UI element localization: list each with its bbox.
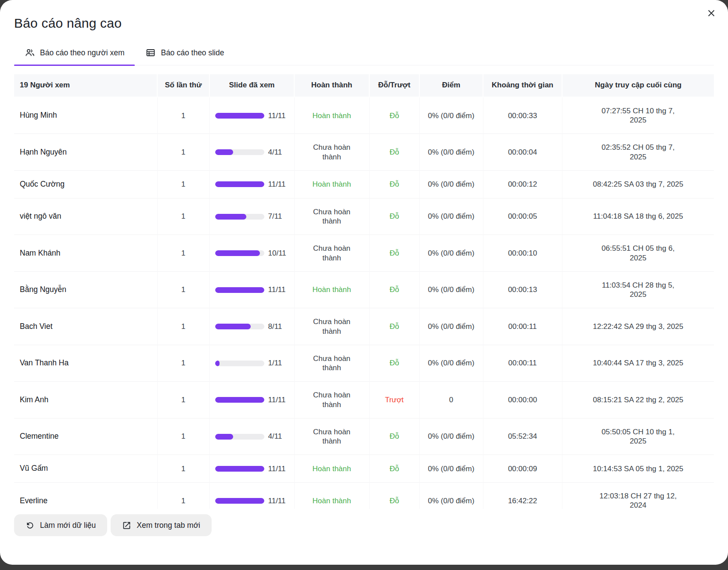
open-in-new-tab-button[interactable]: Xem trong tab mới xyxy=(111,514,212,536)
completion-cell: Chưa hoàn thành xyxy=(294,345,369,382)
progress-label: 4/11 xyxy=(268,432,282,441)
slides-viewed-cell: 11/11 xyxy=(209,382,294,418)
progress-label: 11/11 xyxy=(268,180,286,189)
completion-cell: Hoàn thành xyxy=(294,483,369,509)
slides-viewed-cell: 10/11 xyxy=(209,235,294,272)
score-cell: 0 xyxy=(419,382,483,418)
duration-cell: 00:00:09 xyxy=(483,455,562,483)
table-row: Clementine14/11Chưa hoàn thànhĐỗ0% (0/0 … xyxy=(14,418,714,455)
viewer-name-cell: Nam Khánh xyxy=(14,235,157,272)
column-header-7: Ngày truy cập cuối cùng xyxy=(562,74,714,97)
progress-bar xyxy=(215,434,264,440)
completion-cell: Chưa hoàn thành xyxy=(294,382,369,418)
table-row: Van Thanh Ha11/11Chưa hoàn thànhĐỗ0% (0/… xyxy=(14,345,714,382)
progress-label: 1/11 xyxy=(268,358,282,368)
duration-cell: 00:00:12 xyxy=(483,170,562,198)
pass-fail-cell: Đỗ xyxy=(369,271,419,308)
viewer-name-cell: Bằng Nguyễn xyxy=(14,271,157,308)
attempts-cell: 1 xyxy=(157,382,209,418)
slides-viewed-cell: 11/11 xyxy=(209,97,294,134)
score-cell: 0% (0/0 điểm) xyxy=(419,271,483,308)
refresh-data-button[interactable]: Làm mới dữ liệu xyxy=(14,514,107,536)
duration-cell: 00:00:11 xyxy=(483,345,562,382)
viewer-name-cell: Hùng Minh xyxy=(14,97,157,134)
refresh-label: Làm mới dữ liệu xyxy=(40,521,96,530)
last-access-cell: 07:27:55 CH 10 thg 7, 2025 xyxy=(562,97,714,134)
progress-label: 11/11 xyxy=(268,111,286,120)
progress-label: 11/11 xyxy=(268,496,286,505)
score-cell: 0% (0/0 điểm) xyxy=(419,198,483,235)
duration-cell: 00:00:11 xyxy=(483,308,562,345)
progress-bar xyxy=(215,466,264,472)
open-tab-label: Xem trong tab mới xyxy=(137,521,200,530)
slides-viewed-cell: 4/11 xyxy=(209,134,294,171)
table-row: Everline111/11Hoàn thànhĐỗ0% (0/0 điểm)1… xyxy=(14,483,714,509)
completion-cell: Chưa hoàn thành xyxy=(294,198,369,235)
score-cell: 0% (0/0 điểm) xyxy=(419,134,483,171)
column-header-5: Điểm xyxy=(419,74,483,97)
last-access-cell: 10:40:44 SA 17 thg 3, 2025 xyxy=(562,345,714,382)
last-access-cell: 12:22:42 SA 29 thg 3, 2025 xyxy=(562,308,714,345)
progress-bar xyxy=(215,149,264,155)
score-cell: 0% (0/0 điểm) xyxy=(419,345,483,382)
completion-cell: Hoàn thành xyxy=(294,455,369,483)
progress-bar xyxy=(215,397,264,403)
pass-fail-cell: Đỗ xyxy=(369,345,419,382)
completion-cell: Chưa hoàn thành xyxy=(294,308,369,345)
advanced-report-modal: Báo cáo nâng cao Báo cáo theo người xem xyxy=(0,0,728,565)
slides-viewed-cell: 1/11 xyxy=(209,345,294,382)
progress-bar xyxy=(215,324,264,329)
slides-viewed-cell: 4/11 xyxy=(209,418,294,455)
viewer-name-cell: việt ngô văn xyxy=(14,198,157,235)
pass-fail-cell: Đỗ xyxy=(369,455,419,483)
tab-report-by-slide[interactable]: Báo cáo theo slide xyxy=(135,42,234,65)
progress-label: 11/11 xyxy=(268,285,286,294)
slides-viewed-cell: 11/11 xyxy=(209,271,294,308)
progress-label: 11/11 xyxy=(268,464,286,473)
column-header-6: Khoảng thời gian xyxy=(483,74,562,97)
score-cell: 0% (0/0 điểm) xyxy=(419,235,483,272)
duration-cell: 16:42:22 xyxy=(483,483,562,509)
attempts-cell: 1 xyxy=(157,134,209,171)
table-header-row: 19 Người xemSố lần thửSlide đã xemHoàn t… xyxy=(14,74,714,97)
people-icon xyxy=(25,47,35,58)
viewer-name-cell: Everline xyxy=(14,483,157,509)
viewer-report-table: 19 Người xemSố lần thửSlide đã xemHoàn t… xyxy=(14,74,714,509)
viewer-name-cell: Quốc Cường xyxy=(14,170,157,198)
pass-fail-cell: Đỗ xyxy=(369,97,419,134)
score-cell: 0% (0/0 điểm) xyxy=(419,455,483,483)
table-row: Kim Anh111/11Chưa hoàn thànhTrượt000:00:… xyxy=(14,382,714,418)
table-icon xyxy=(145,47,156,58)
page-title: Báo cáo nâng cao xyxy=(14,0,714,31)
report-table-viewport: 19 Người xemSố lần thửSlide đã xemHoàn t… xyxy=(14,74,714,509)
completion-cell: Chưa hoàn thành xyxy=(294,418,369,455)
table-row: Hạnh Nguyên14/11Chưa hoàn thànhĐỗ0% (0/0… xyxy=(14,134,714,171)
column-header-2: Slide đã xem xyxy=(209,74,294,97)
table-row: Nam Khánh110/11Chưa hoàn thànhĐỗ0% (0/0 … xyxy=(14,235,714,272)
close-icon[interactable] xyxy=(704,6,718,20)
completion-cell: Chưa hoàn thành xyxy=(294,134,369,171)
slides-viewed-cell: 11/11 xyxy=(209,455,294,483)
attempts-cell: 1 xyxy=(157,198,209,235)
viewer-name-cell: Vũ Gấm xyxy=(14,455,157,483)
progress-bar xyxy=(215,181,264,187)
table-row: Bach Viet18/11Chưa hoàn thànhĐỗ0% (0/0 đ… xyxy=(14,308,714,345)
tab-bar: Báo cáo theo người xem Báo cáo theo slid… xyxy=(14,42,714,65)
attempts-cell: 1 xyxy=(157,345,209,382)
attempts-cell: 1 xyxy=(157,170,209,198)
progress-label: 11/11 xyxy=(268,395,286,404)
progress-bar xyxy=(215,113,264,119)
duration-cell: 00:00:04 xyxy=(483,134,562,171)
tab-report-by-viewer[interactable]: Báo cáo theo người xem xyxy=(14,42,135,65)
attempts-cell: 1 xyxy=(157,483,209,509)
duration-cell: 00:00:05 xyxy=(483,198,562,235)
pass-fail-cell: Đỗ xyxy=(369,418,419,455)
viewer-name-cell: Bach Viet xyxy=(14,308,157,345)
table-row: Hùng Minh111/11Hoàn thànhĐỗ0% (0/0 điểm)… xyxy=(14,97,714,134)
last-access-cell: 02:35:52 CH 05 thg 7, 2025 xyxy=(562,134,714,171)
last-access-cell: 12:03:18 CH 27 thg 12, 2024 xyxy=(562,483,714,509)
viewer-name-cell: Hạnh Nguyên xyxy=(14,134,157,171)
slides-viewed-cell: 11/11 xyxy=(209,483,294,509)
last-access-cell: 11:04:18 SA 18 thg 6, 2025 xyxy=(562,198,714,235)
last-access-cell: 08:15:21 SA 22 thg 2, 2025 xyxy=(562,382,714,418)
